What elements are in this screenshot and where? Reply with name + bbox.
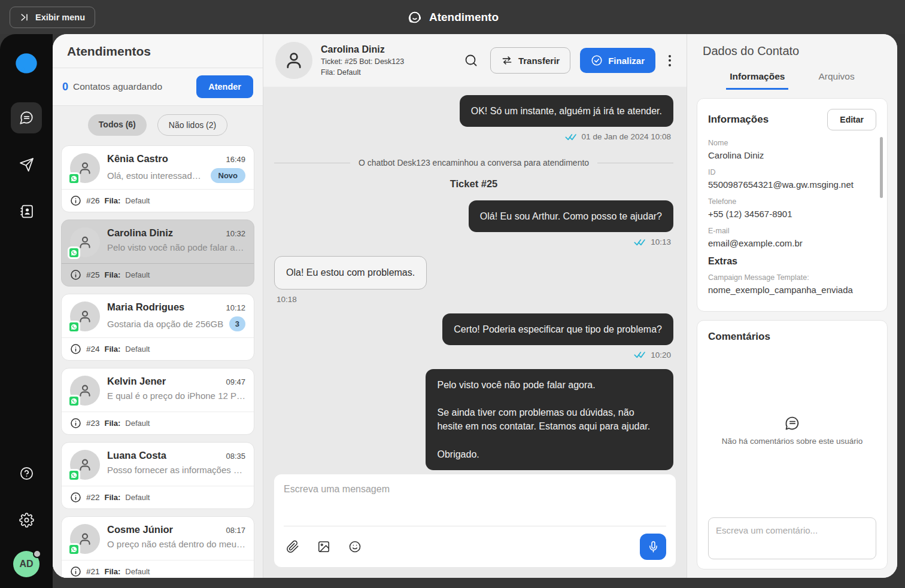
queue-value: Default (125, 345, 150, 354)
queue-label: Fila: (105, 270, 121, 279)
transfer-button[interactable]: Transferir (490, 47, 570, 74)
new-badge: Novo (211, 168, 246, 183)
ticket-number: #21 (86, 567, 100, 576)
message-preview: Olá, estou interessado em... (107, 170, 206, 181)
ticket-heading: Ticket #25 (274, 178, 673, 190)
tab-informacoes[interactable]: Informações (726, 66, 788, 90)
attend-button[interactable]: Atender (196, 75, 253, 98)
show-menu-button[interactable]: Exibir menu (10, 7, 95, 28)
user-avatar[interactable]: AD (13, 551, 40, 577)
app-title-label: Atendimento (429, 11, 499, 24)
headset-smiley-icon (406, 9, 423, 26)
whatsapp-icon (68, 395, 80, 407)
comment-input[interactable] (716, 525, 868, 549)
whatsapp-icon (68, 172, 80, 185)
message-outgoing: Pelo visto você não pode falar agora. Se… (274, 369, 673, 471)
message-bubble: Pelo visto você não pode falar agora. Se… (426, 369, 673, 470)
paperclip-icon (286, 540, 299, 553)
tab-arquivos[interactable]: Arquivos (815, 66, 858, 90)
expand-menu-icon (20, 13, 29, 22)
app-title: Atendimento (406, 9, 499, 26)
address-book-icon (19, 204, 34, 219)
queue-label: Fila: (105, 493, 121, 502)
queue-value: Default (125, 567, 150, 576)
message-time: 08:17 (226, 526, 245, 535)
conversation-card[interactable]: Luana Costa 08:35 Posso fornecer as info… (61, 442, 254, 509)
message-time: 08:35 (226, 452, 245, 461)
field-email: E-mail email@example.com.br (708, 227, 876, 248)
filter-chips: Todos (6) Não lidos (2) (53, 106, 263, 144)
edit-button[interactable]: Editar (827, 109, 876, 130)
message-composer (274, 474, 676, 567)
queue-value: Default (125, 270, 150, 279)
message-timestamp: 10:18 (277, 295, 297, 304)
message-outgoing: Olá! Eu sou Arthur. Como posso te ajudar… (274, 200, 673, 252)
double-check-icon (634, 238, 646, 246)
brand-logo[interactable] (11, 50, 41, 80)
field-nome: Nome Carolina Diniz (708, 139, 876, 160)
scrollbar-thumb[interactable] (880, 137, 883, 198)
finalize-label: Finalizar (608, 56, 645, 66)
chat-more-button[interactable] (665, 53, 675, 69)
info-card-title: Informações (708, 114, 769, 126)
filter-unread-chip[interactable]: Não lidos (2) (157, 114, 227, 136)
waiting-row: 0 Contatos aguardando Atender (53, 68, 263, 106)
queue-value: Default (125, 419, 150, 428)
conversation-card-selected[interactable]: Carolina Diniz 10:32 Pelo visto você não… (61, 220, 254, 287)
nav-help[interactable] (11, 458, 42, 489)
queue-label: Fila: (105, 419, 121, 428)
finalize-button[interactable]: Finalizar (580, 48, 655, 73)
conversation-card[interactable]: Maria Rodrigues 10:12 Gostaria da opção … (61, 294, 254, 361)
emoji-button[interactable] (346, 538, 364, 556)
system-message-text: O chatbot Desk123 encaminhou a conversa … (359, 158, 589, 167)
rail-bottom: AD (11, 458, 42, 577)
contact-avatar (70, 301, 100, 331)
contact-info-card: Informações Editar Nome Carolina Diniz I… (697, 98, 888, 312)
record-audio-button[interactable] (640, 534, 666, 560)
rail-nav (11, 102, 42, 227)
chat-contact-name: Carolina Diniz (321, 44, 453, 55)
filter-all-chip[interactable]: Todos (6) (88, 114, 147, 136)
contact-avatar (70, 227, 100, 257)
whatsapp-icon (68, 321, 80, 333)
whatsapp-icon (68, 469, 80, 482)
queue-label: Fila: (105, 567, 121, 576)
search-icon (464, 53, 478, 68)
unread-count-badge: 3 (229, 316, 245, 331)
attach-file-button[interactable] (284, 538, 302, 556)
check-circle-icon (591, 54, 603, 66)
swap-arrows-icon (501, 54, 513, 66)
info-icon (70, 343, 81, 355)
message-input[interactable] (284, 484, 666, 521)
message-outgoing: OK! Só um instante, alguém já irá te ate… (274, 95, 673, 147)
message-outgoing: Certo! Poderia especificar que tipo de p… (274, 313, 673, 365)
panel-title: Atendimentos (53, 34, 263, 68)
send-image-button[interactable] (315, 538, 333, 556)
double-check-icon (634, 351, 646, 359)
nav-contacts[interactable] (11, 196, 42, 227)
nav-chats[interactable] (11, 102, 42, 133)
top-bar: Exibir menu Atendimento (0, 0, 905, 34)
message-bubble: Ola! Eu estou com problemas. (274, 256, 427, 289)
contact-name: Luana Costa (107, 450, 226, 461)
system-message: O chatbot Desk123 encaminhou a conversa … (274, 158, 673, 167)
image-icon (317, 540, 330, 553)
field-campaign-template: Campaign Message Template: nome_exemplo_… (708, 273, 876, 295)
nav-campaigns[interactable] (11, 149, 42, 180)
conversation-card[interactable]: Cosme Júnior 08:17 O preço não está dent… (61, 516, 254, 578)
conversation-card[interactable]: Kênia Castro 16:49 Olá, estou interessad… (61, 145, 254, 212)
info-icon (70, 195, 81, 206)
send-icon (19, 157, 34, 172)
help-icon (19, 466, 34, 481)
message-preview: Gostaria da opção de 256GB (107, 319, 224, 329)
double-check-icon (565, 133, 578, 141)
contact-avatar (70, 153, 100, 183)
nav-settings[interactable] (11, 504, 42, 535)
main-content: Atendimentos 0 Contatos aguardando Atend… (53, 34, 897, 578)
chat-header: Carolina Diniz Ticket: #25 Bot: Desk123 … (263, 34, 687, 87)
transfer-label: Transferir (518, 56, 560, 66)
conversations-panel: Atendimentos 0 Contatos aguardando Atend… (53, 34, 263, 578)
search-button[interactable] (461, 51, 481, 70)
conversation-card[interactable]: Kelvin Jener 09:47 E qual é o preço do i… (61, 368, 254, 435)
ticket-number: #23 (86, 419, 100, 428)
